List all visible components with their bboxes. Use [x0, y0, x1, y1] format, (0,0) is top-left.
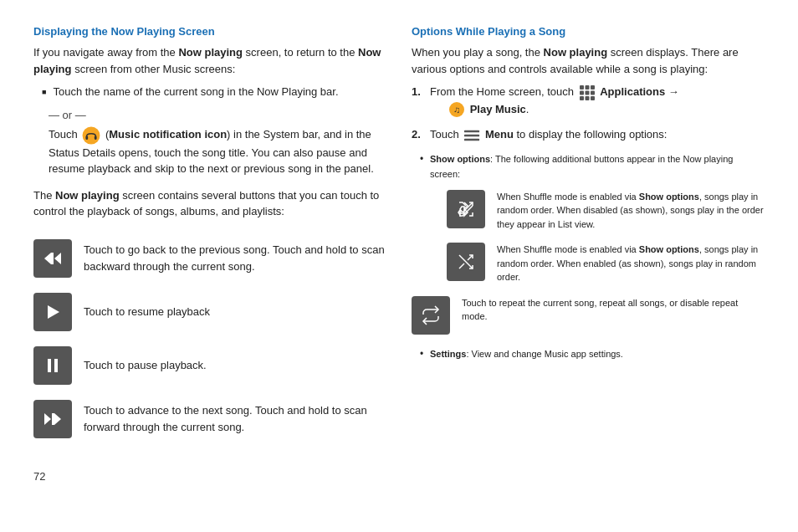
pause-button-row: Touch to pause playback.: [33, 346, 386, 385]
left-column: Displaying the Now Playing Screen If you…: [33, 25, 386, 453]
svg-rect-14: [591, 85, 595, 90]
or-divider: — or —: [49, 109, 386, 121]
music-note-icon: ♫: [448, 101, 465, 118]
repeat-text: Touch to repeat the current song, repeat…: [462, 296, 765, 324]
svg-rect-19: [585, 96, 589, 100]
svg-rect-25: [464, 138, 479, 141]
forward-button-text: Touch to advance to the next song. Touch…: [84, 402, 386, 435]
svg-marker-5: [54, 253, 61, 264]
svg-rect-23: [464, 130, 479, 132]
step-2: 2. Touch Menu to display the following o…: [412, 126, 765, 143]
svg-text:♫: ♫: [453, 105, 460, 115]
now-playing-bold1: Now playing: [178, 46, 243, 59]
right-section-title: Options While Playing a Song: [412, 25, 765, 38]
shuffle-disabled-text: When Shuffle mode is enabled via Show op…: [497, 190, 765, 232]
bullet-text-1: Touch the name of the current song in th…: [53, 84, 338, 100]
shuffle-enabled-row: When Shuffle mode is enabled via Show op…: [447, 243, 765, 284]
forward-button-icon: [33, 400, 72, 438]
applications-label: Applications →: [600, 85, 679, 98]
right-intro: When you play a song, the Now playing sc…: [412, 44, 765, 77]
svg-marker-9: [44, 413, 51, 425]
settings-item: Settings: View and change Music app sett…: [420, 346, 765, 361]
svg-marker-6: [48, 305, 59, 319]
menu-icon: [463, 129, 480, 142]
repeat-row: Touch to repeat the current song, repeat…: [412, 296, 765, 335]
svg-rect-13: [585, 85, 589, 90]
play-music-label: Play Music: [470, 103, 526, 115]
right-column: Options While Playing a Song When you pl…: [412, 25, 765, 453]
svg-rect-24: [464, 134, 479, 136]
pause-button-icon: [33, 346, 72, 385]
repeat-icon: [412, 296, 450, 335]
back-button-icon: [33, 239, 72, 278]
pause-button-text: Touch to pause playback.: [84, 357, 207, 374]
settings-bullet-list: Settings: View and change Music app sett…: [412, 346, 765, 361]
forward-button-row: Touch to advance to the next song. Touch…: [33, 400, 386, 438]
svg-rect-12: [580, 85, 584, 90]
shuffle-disabled-icon: [447, 190, 485, 228]
steps-list: 1. From the Home screen, touch: [412, 84, 765, 143]
play-button-text: Touch to resume playback: [84, 304, 210, 320]
shuffle-enabled-icon: [447, 243, 485, 281]
svg-rect-20: [591, 96, 595, 100]
play-button-icon: [33, 293, 72, 331]
step-1: 1. From the Home screen, touch: [412, 84, 765, 118]
svg-line-29: [468, 255, 473, 260]
svg-rect-15: [580, 90, 584, 95]
svg-rect-4: [51, 253, 54, 264]
music-notif-label: Music notification icon: [109, 128, 227, 141]
svg-rect-10: [52, 413, 54, 425]
svg-rect-18: [580, 96, 584, 100]
shuffle-enabled-text: When Shuffle mode is enabled via Show op…: [497, 243, 765, 284]
back-button-text: Touch to go back to the previous song. T…: [84, 242, 386, 274]
page-number: 72: [33, 470, 45, 483]
svg-rect-17: [591, 90, 595, 95]
headphone-icon: [82, 126, 100, 145]
settings-label: Settings: [430, 349, 466, 359]
show-options-item: Show options: The following additional b…: [420, 151, 765, 284]
page-footer: 72: [0, 470, 798, 491]
apps-grid-icon: [579, 84, 596, 101]
svg-rect-8: [54, 359, 58, 372]
now-playing-description: The Now playing screen contains several …: [33, 187, 386, 220]
svg-rect-16: [585, 90, 589, 95]
step-1-text: From the Home screen, touch Applications: [430, 84, 679, 118]
svg-rect-7: [48, 359, 51, 372]
svg-rect-2: [95, 136, 97, 139]
svg-point-0: [83, 126, 100, 144]
back-button-row: Touch to go back to the previous song. T…: [33, 239, 386, 278]
svg-marker-11: [54, 413, 61, 425]
left-section-title: Displaying the Now Playing Screen: [33, 25, 386, 38]
svg-line-28: [459, 263, 464, 269]
menu-label: Menu: [485, 128, 514, 141]
svg-rect-1: [86, 136, 89, 139]
shuffle-disabled-row: When Shuffle mode is enabled via Show op…: [447, 190, 765, 232]
bullet-item-2-text: Touch (Music notification icon) in the S…: [49, 126, 386, 177]
settings-text: : View and change Music app settings.: [466, 349, 623, 359]
svg-marker-3: [44, 253, 51, 264]
show-options-label: Show options: [430, 154, 490, 164]
bullet-item-1: Touch the name of the current song in th…: [42, 84, 386, 100]
play-button-row: Touch to resume playback: [33, 293, 386, 331]
step-2-text: Touch Menu to display the following opti…: [430, 126, 667, 143]
bullet-list: Touch the name of the current song in th…: [33, 84, 386, 100]
options-bullet-list: Show options: The following additional b…: [412, 151, 765, 284]
left-intro: If you navigate away from the Now playin…: [33, 44, 386, 77]
